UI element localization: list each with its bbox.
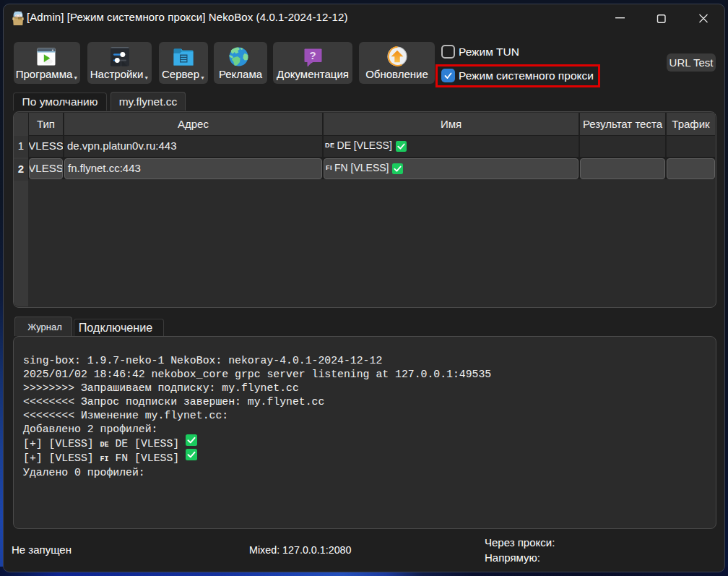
svg-text:?: ?	[309, 49, 316, 61]
